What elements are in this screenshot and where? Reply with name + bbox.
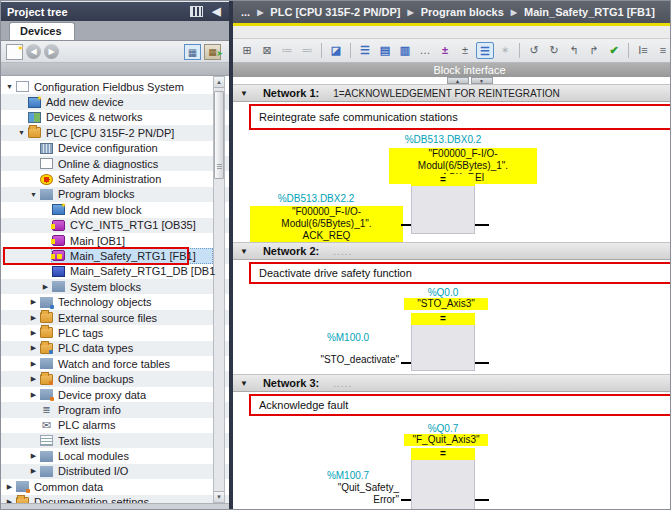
tree-item-main-safety-rtg1-fb1[interactable]: Main_Safety_RTG1 [FB1] <box>1 248 229 263</box>
input-operand-tag[interactable]: "F00000_F-I/O-Modul(6/5Bytes)_1". ACK_RE… <box>250 206 403 242</box>
delete-network-icon[interactable]: ⊠ <box>258 42 276 59</box>
tree-item-plc-data-types[interactable]: ▶PLC data types <box>1 341 229 356</box>
tree-item-plc-alarms[interactable]: ✉PLC alarms <box>1 418 229 433</box>
invert-binary-input-icon[interactable]: ± <box>456 42 474 59</box>
update-block-call-icon[interactable]: ↰ <box>565 42 583 59</box>
navigate-forward-icon[interactable]: ▶ <box>44 44 59 59</box>
output-operand-tag[interactable]: "F_Quit_Axis3" <box>404 434 488 446</box>
new-item-icon[interactable] <box>6 44 23 60</box>
network-collapse-icon[interactable]: ▼ <box>240 247 248 256</box>
tab-devices[interactable]: Devices <box>9 22 75 40</box>
network-subtitle[interactable]: ..... <box>333 378 352 389</box>
or-box-icon[interactable]: ▤ <box>376 42 394 59</box>
breadcrumb-item[interactable]: Program blocks <box>421 6 504 18</box>
assign-box[interactable]: = <box>411 174 475 234</box>
expander-closed-icon[interactable]: ▶ <box>29 391 38 399</box>
tree-item-device-configuration[interactable]: Device configuration <box>1 141 229 156</box>
expander-closed-icon[interactable]: ▶ <box>29 314 38 322</box>
expander-closed-icon[interactable]: ▶ <box>5 483 14 491</box>
tree-item-technology-objects[interactable]: ▶Technology objects <box>1 294 229 309</box>
tree-item-online-backups[interactable]: ▶Online backups <box>1 371 229 386</box>
network-subtitle[interactable]: ..... <box>333 246 352 257</box>
navigate-back-icon[interactable]: ◀ <box>26 44 41 59</box>
network-collapse-icon[interactable]: ▼ <box>240 89 248 98</box>
tree-item-add-new-block[interactable]: Add new block <box>1 202 229 217</box>
tree-item-cyc-int5-rtg1-ob35[interactable]: CYC_INT5_RTG1 [OB35] <box>1 218 229 233</box>
consistency-check-icon[interactable]: ✔ <box>605 42 623 59</box>
tree-item-devices-networks[interactable]: Devices & networks <box>1 110 229 125</box>
input-operand-tag[interactable]: "Quit_Safety_ Error" <box>259 482 399 506</box>
breadcrumb-item[interactable]: PLC [CPU 315F-2 PN/DP] <box>270 6 400 18</box>
tree-item-external-source-files[interactable]: ▶External source files <box>1 310 229 325</box>
network-sequence-icon[interactable]: ☰ <box>476 42 494 59</box>
assign-box[interactable]: = <box>411 448 475 509</box>
expander-closed-icon[interactable]: ▶ <box>29 467 38 475</box>
tree-item-safety-administration[interactable]: Safety Administration <box>1 171 229 186</box>
expander-closed-icon[interactable]: ▶ <box>29 360 38 368</box>
output-operand-address[interactable]: %Q0.7 <box>363 423 523 434</box>
expander-closed-icon[interactable]: ▶ <box>29 298 38 306</box>
next-error-icon[interactable]: ↻ <box>545 42 563 59</box>
expander-closed-icon[interactable]: ▶ <box>29 344 38 352</box>
input-operand-address[interactable]: %M100.0 <box>293 332 403 343</box>
tree-item-main-safety-rtg1-db-db1[interactable]: Main_Safety_RTG1_DB [DB1 <box>1 264 229 279</box>
tree-item-main-ob1[interactable]: Main [OB1] <box>1 233 229 248</box>
insert-column-icon[interactable]: ≕ <box>298 42 316 59</box>
tree-item-device-proxy-data[interactable]: ▶Device proxy data <box>1 387 229 402</box>
tree-item-online-diagnostics[interactable]: Online & diagnostics <box>1 156 229 171</box>
tree-scrollbar[interactable]: ▲ ▼ <box>213 76 225 503</box>
output-operand-tag[interactable]: "STO_Axis3" <box>404 298 488 310</box>
insert-network-icon[interactable]: ⊞ <box>238 42 256 59</box>
expander-closed-icon[interactable]: ▶ <box>41 283 50 291</box>
favorites-icon[interactable]: ✶ <box>496 42 514 59</box>
details-view-icon[interactable]: ▦ <box>184 44 201 60</box>
block-interface-bar[interactable]: Block interface <box>233 63 671 77</box>
operand-info-icon[interactable]: ≡ <box>654 42 671 59</box>
splitter-up-icon[interactable]: ▲ <box>447 77 469 84</box>
network-header[interactable]: ▼Network 1:1=ACKNOWLEDGEMENT FOR REINTEG… <box>233 84 671 102</box>
breadcrumb-item[interactable]: ... <box>241 6 250 18</box>
expander-open-icon[interactable]: ▼ <box>17 129 26 136</box>
comment-icon[interactable]: … <box>416 42 434 59</box>
tree-item-configuration-fieldbus-system[interactable]: ▼Configuration Fieldbus System <box>1 79 229 94</box>
previous-error-icon[interactable]: ↺ <box>525 42 543 59</box>
tree-item-documentation-settings[interactable]: ▶Documentation settings <box>1 495 229 503</box>
assignment-icon[interactable]: ▥ <box>396 42 414 59</box>
splitter-down-icon[interactable]: ▼ <box>471 77 493 84</box>
expander-closed-icon[interactable]: ▶ <box>5 498 14 503</box>
network-collapse-icon[interactable]: ▼ <box>240 379 248 388</box>
sync-call-icon[interactable]: ↱ <box>585 42 603 59</box>
expander-closed-icon[interactable]: ▶ <box>29 452 38 460</box>
network-comment[interactable]: Deactivate drive safety function <box>249 262 671 284</box>
tree-item-distributed-i-o[interactable]: ▶Distributed I/O <box>1 464 229 479</box>
tree-item-system-blocks[interactable]: ▶System blocks <box>1 279 229 294</box>
expander-closed-icon[interactable]: ▶ <box>29 329 38 337</box>
tree-item-text-lists[interactable]: Text lists <box>1 433 229 448</box>
output-operand-address[interactable]: %DB513.DBX0.2 <box>363 134 523 145</box>
tree-item-common-data[interactable]: ▶Common data <box>1 479 229 494</box>
absolute-operands-icon[interactable]: I≡ <box>634 42 652 59</box>
network-subtitle[interactable]: 1=ACKNOWLEDGEMENT FOR REINTEGRATION <box>333 88 560 99</box>
assign-box[interactable]: = <box>411 313 475 371</box>
input-operand-tag[interactable]: "STO_deactivate" <box>259 354 399 366</box>
tree-item-plc-cpu-315f-2-pn-dp[interactable]: ▼PLC [CPU 315F-2 PN/DP] <box>1 125 229 140</box>
panel-toggle-icon[interactable] <box>190 6 203 17</box>
network-header[interactable]: ▼Network 2:..... <box>233 242 671 260</box>
input-operand-address[interactable]: %DB513.DBX2.2 <box>251 193 381 204</box>
scroll-down-icon[interactable]: ▼ <box>214 491 224 502</box>
add-block-call-icon[interactable]: ◪ <box>327 42 345 59</box>
network-comment[interactable]: Acknowledge fault <box>249 394 671 416</box>
scroll-thumb[interactable] <box>214 91 224 179</box>
tree-item-watch-and-force-tables[interactable]: ▶Watch and force tables <box>1 356 229 371</box>
breadcrumb-item[interactable]: Main_Safety_RTG1 [FB1] <box>524 6 655 18</box>
input-operand-address[interactable]: %M100.7 <box>293 470 403 481</box>
output-operand-address[interactable]: %Q0.0 <box>363 287 523 298</box>
expander-closed-icon[interactable]: ▶ <box>29 375 38 383</box>
collapse-panel-icon[interactable]: ◀ <box>210 6 223 17</box>
sort-filter-icon[interactable]: ▦ <box>204 44 221 60</box>
insert-binary-input-icon[interactable]: ± <box>436 42 454 59</box>
tree-item-program-blocks[interactable]: ▼Program blocks <box>1 187 229 202</box>
network-header[interactable]: ▼Network 3:..... <box>233 374 671 392</box>
tree-item-plc-tags[interactable]: ▶PLC tags <box>1 325 229 340</box>
tree-item-add-new-device[interactable]: Add new device <box>1 94 229 109</box>
